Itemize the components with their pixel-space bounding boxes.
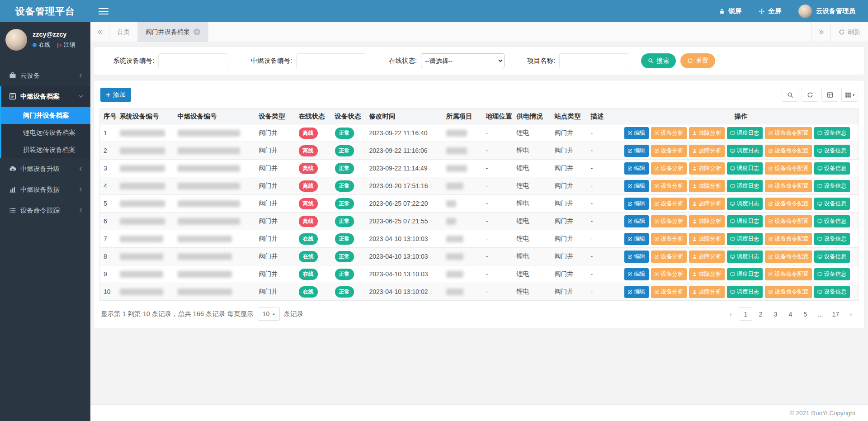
device-info-button[interactable]: 设备信息 <box>814 127 850 139</box>
device-analysis-button[interactable]: 设备分析 <box>651 162 687 175</box>
sidebar-item[interactable]: 设备命令跟踪 <box>1 200 90 221</box>
dispatch-log-button[interactable]: 调度日志 <box>727 286 763 298</box>
online-state-badge: 离线 <box>299 128 318 139</box>
system-device-no-input[interactable] <box>158 53 228 68</box>
page-size-select[interactable]: 10 ▴ <box>258 307 280 321</box>
fault-analysis-button[interactable]: 故障分析 <box>689 162 725 175</box>
device-analysis-button[interactable]: 设备分析 <box>651 215 687 227</box>
sidebar-item[interactable]: 云设备 <box>1 65 90 86</box>
search-button[interactable]: 搜索 <box>641 53 676 68</box>
dispatch-log-button[interactable]: 调度日志 <box>727 145 763 157</box>
page-number-button[interactable]: 2 <box>754 307 767 321</box>
fault-analysis-button[interactable]: 故障分析 <box>689 251 725 263</box>
dispatch-log-button[interactable]: 调度日志 <box>727 268 763 280</box>
zr-device-no-input[interactable] <box>296 53 366 68</box>
device-analysis-button[interactable]: 设备分析 <box>651 127 687 139</box>
sidebar-subitem[interactable]: 拼装远传设备档案 <box>1 141 90 158</box>
device-analysis-button[interactable]: 设备分析 <box>651 198 687 210</box>
device-info-button[interactable]: 设备信息 <box>814 286 850 298</box>
device-command-config-button[interactable]: 设备命令配置 <box>765 198 812 210</box>
device-command-config-button[interactable]: 设备命令配置 <box>765 145 812 157</box>
tab[interactable]: 首页 <box>109 22 138 42</box>
dispatch-log-button[interactable]: 调度日志 <box>727 251 763 263</box>
edit-button[interactable]: 编辑 <box>624 233 649 245</box>
refresh-tab-button[interactable]: 刷新 <box>830 22 868 42</box>
logout-link[interactable]: 注销 <box>57 41 75 49</box>
tabs-scroll-right-button[interactable] <box>811 22 830 42</box>
dispatch-log-button[interactable]: 调度日志 <box>727 198 763 210</box>
edit-button[interactable]: 编辑 <box>624 145 649 157</box>
device-info-button[interactable]: 设备信息 <box>814 162 850 175</box>
fault-analysis-button[interactable]: 故障分析 <box>689 268 725 280</box>
fault-analysis-button[interactable]: 故障分析 <box>689 180 725 192</box>
tab[interactable]: 阀门井设备档案× <box>138 22 208 42</box>
fault-analysis-button[interactable]: 故障分析 <box>689 127 725 139</box>
edit-button[interactable]: 编辑 <box>624 286 649 298</box>
sidebar-toggle-button[interactable] <box>99 6 108 16</box>
device-info-button[interactable]: 设备信息 <box>814 215 850 227</box>
page-number-button[interactable]: 5 <box>798 307 812 321</box>
page-number-button[interactable]: 17 <box>828 307 843 321</box>
refresh-tool-button[interactable] <box>802 88 818 102</box>
dispatch-log-button[interactable]: 调度日志 <box>727 233 763 245</box>
dispatch-log-button[interactable]: 调度日志 <box>727 215 763 227</box>
device-analysis-button[interactable]: 设备分析 <box>651 286 687 298</box>
edit-button[interactable]: 编辑 <box>624 215 649 227</box>
device-command-config-button[interactable]: 设备命令配置 <box>765 286 812 298</box>
sidebar-subitem[interactable]: 阀门井设备档案 <box>1 107 90 124</box>
device-info-button[interactable]: 设备信息 <box>814 198 850 210</box>
card-view-tool-button[interactable] <box>821 88 838 102</box>
dispatch-log-button[interactable]: 调度日志 <box>727 127 763 139</box>
online-status-select[interactable]: --请选择-- <box>421 53 505 68</box>
sidebar-subitem[interactable]: 锂电远传设备档案 <box>1 124 90 141</box>
dispatch-log-button[interactable]: 调度日志 <box>727 180 763 192</box>
sidebar-item[interactable]: 中燃设备升级 <box>1 158 90 179</box>
user-menu[interactable]: 云设备管理员 <box>798 5 855 18</box>
edit-button[interactable]: 编辑 <box>624 251 649 263</box>
dispatch-log-button[interactable]: 调度日志 <box>727 162 763 175</box>
device-command-config-button[interactable]: 设备命令配置 <box>765 215 812 227</box>
device-command-config-button[interactable]: 设备命令配置 <box>765 251 812 263</box>
sidebar-item[interactable]: 中燃设备档案 <box>1 86 90 107</box>
tabs-scroll-left-button[interactable] <box>90 22 109 42</box>
fullscreen-button[interactable]: 全屏 <box>759 7 781 15</box>
edit-button[interactable]: 编辑 <box>624 127 649 139</box>
fault-analysis-button[interactable]: 故障分析 <box>689 198 725 210</box>
fault-analysis-button[interactable]: 故障分析 <box>689 145 725 157</box>
fault-analysis-button[interactable]: 故障分析 <box>689 215 725 227</box>
edit-button[interactable]: 编辑 <box>624 198 649 210</box>
edit-button[interactable]: 编辑 <box>624 162 649 175</box>
device-info-button[interactable]: 设备信息 <box>814 268 850 280</box>
lock-screen-button[interactable]: 锁屏 <box>719 7 741 15</box>
fault-analysis-button[interactable]: 故障分析 <box>689 233 725 245</box>
project-name-input[interactable] <box>559 53 629 68</box>
device-analysis-button[interactable]: 设备分析 <box>651 268 687 280</box>
device-command-config-button[interactable]: 设备命令配置 <box>765 233 812 245</box>
device-command-config-button[interactable]: 设备命令配置 <box>765 162 812 175</box>
columns-tool-button[interactable]: ▾ <box>841 88 858 102</box>
device-info-button[interactable]: 设备信息 <box>814 180 850 192</box>
prev-page-button[interactable]: ‹ <box>724 307 737 321</box>
search-tool-button[interactable] <box>782 88 798 102</box>
reset-button[interactable]: 重置 <box>680 53 715 68</box>
page-number-button[interactable]: 4 <box>783 307 797 321</box>
close-icon[interactable]: × <box>193 28 200 35</box>
device-command-config-button[interactable]: 设备命令配置 <box>765 180 812 192</box>
add-button[interactable]: 添加 <box>100 88 131 102</box>
next-page-button[interactable]: › <box>844 307 858 321</box>
device-info-button[interactable]: 设备信息 <box>814 233 850 245</box>
edit-button[interactable]: 编辑 <box>624 268 649 280</box>
device-command-config-button[interactable]: 设备命令配置 <box>765 268 812 280</box>
device-info-button[interactable]: 设备信息 <box>814 251 850 263</box>
device-analysis-button[interactable]: 设备分析 <box>651 233 687 245</box>
edit-button[interactable]: 编辑 <box>624 180 649 192</box>
device-analysis-button[interactable]: 设备分析 <box>651 180 687 192</box>
sidebar-item[interactable]: 中燃设备数据 <box>1 179 90 200</box>
device-info-button[interactable]: 设备信息 <box>814 145 850 157</box>
device-analysis-button[interactable]: 设备分析 <box>651 251 687 263</box>
page-number-button[interactable]: 1 <box>739 307 752 321</box>
page-number-button[interactable]: 3 <box>769 307 782 321</box>
device-command-config-button[interactable]: 设备命令配置 <box>765 127 812 139</box>
fault-analysis-button[interactable]: 故障分析 <box>689 286 725 298</box>
device-analysis-button[interactable]: 设备分析 <box>651 145 687 157</box>
